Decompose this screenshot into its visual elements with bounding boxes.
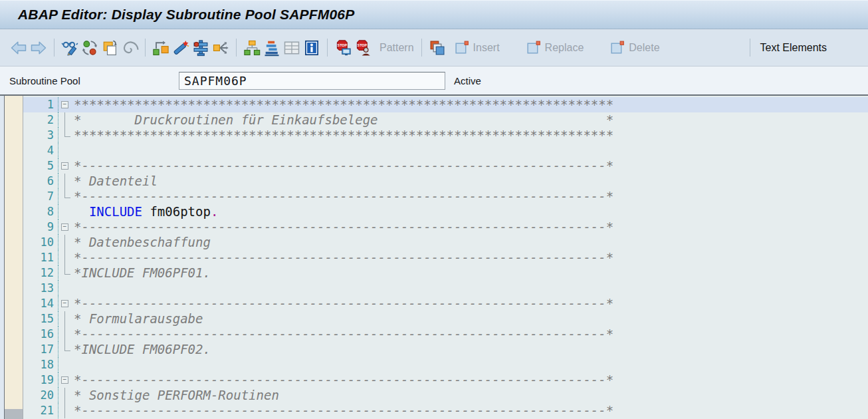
code-text[interactable]: * Sonstige PERFORM-Routinen <box>72 388 279 403</box>
code-text[interactable]: * Formularausgabe <box>72 311 203 327</box>
code-text[interactable]: *---------------------------------------… <box>72 158 613 174</box>
button-label: Insert <box>471 42 501 54</box>
code-text[interactable]: *---------------------------------------… <box>72 296 613 311</box>
code-area[interactable]: 1−**************************************… <box>23 96 868 419</box>
code-text[interactable]: *---------------------------------------… <box>72 327 613 342</box>
fold-marker <box>58 342 72 357</box>
code-line: 13 <box>23 281 868 296</box>
line-number: 17 <box>23 342 58 357</box>
spiral-icon[interactable] <box>120 39 139 57</box>
code-text[interactable] <box>72 357 74 372</box>
page-title: ABAP Editor: Display Subroutine Pool SAP… <box>18 7 354 23</box>
navigate-icon[interactable] <box>211 39 230 57</box>
code-text[interactable]: *---------------------------------------… <box>72 219 613 235</box>
line-number: 15 <box>23 311 58 327</box>
fold-toggle[interactable]: − <box>58 158 72 174</box>
status-text: Active <box>454 75 481 86</box>
line-number: 8 <box>23 204 58 219</box>
code-text[interactable]: *INCLUDE FM06PF02. <box>72 342 211 357</box>
button-label: Replace <box>542 42 586 54</box>
fold-marker <box>58 311 72 327</box>
code-line: 14−*------------------------------------… <box>23 296 868 311</box>
line-number: 19 <box>23 372 58 388</box>
code-line: 2* Druckroutinen für Einkaufsbelege * <box>23 112 868 128</box>
code-line: 9−*-------------------------------------… <box>23 219 868 235</box>
code-text[interactable]: *INCLUDE FM06PF01. <box>72 265 211 281</box>
toolbar-separator <box>421 39 422 57</box>
fold-marker <box>58 250 72 265</box>
bookmark-column[interactable] <box>4 96 23 419</box>
insert-marker-icon <box>454 39 471 56</box>
code-text[interactable]: * Druckroutinen für Einkaufsbelege * <box>72 112 613 128</box>
fold-marker <box>58 128 72 143</box>
fold-marker <box>58 174 72 189</box>
code-line: 4 <box>23 143 868 158</box>
code-text[interactable]: ****************************************… <box>72 128 613 143</box>
sort-stack-icon[interactable] <box>263 39 281 57</box>
fold-toggle[interactable]: − <box>58 97 72 112</box>
fold-toggle[interactable]: − <box>58 296 72 311</box>
svg-text:STOP: STOP <box>358 43 368 47</box>
table-view-icon[interactable] <box>282 39 301 57</box>
code-line: 8 INCLUDE fm06ptop. <box>23 204 868 219</box>
code-line: 5−*-------------------------------------… <box>23 158 868 174</box>
line-number: 10 <box>23 235 58 250</box>
stop-monitor-icon[interactable]: STOP <box>334 39 352 57</box>
pattern-button[interactable]: Pattern <box>377 42 415 54</box>
forward-icon[interactable] <box>29 39 48 57</box>
toolbar-separator <box>54 39 54 57</box>
fold-marker <box>58 357 72 372</box>
syntax-check-icon[interactable] <box>191 39 210 57</box>
code-line: 21*-------------------------------------… <box>23 403 868 418</box>
code-text[interactable] <box>72 281 74 296</box>
toolbar-separator <box>327 39 328 57</box>
pattern-wand-icon[interactable] <box>171 39 190 57</box>
line-number: 6 <box>23 174 58 189</box>
text-elements-button[interactable]: Text Elements <box>758 42 828 54</box>
code-line: 15* Formularausgabe <box>23 311 868 327</box>
object-list-icon[interactable] <box>243 39 261 57</box>
code-line: 11*-------------------------------------… <box>23 250 868 265</box>
application-toolbar: STOPSTOPPatternInsertReplaceDeleteText E… <box>0 29 868 67</box>
code-text[interactable]: INCLUDE fm06ptop. <box>72 204 218 219</box>
stop-user-icon[interactable]: STOP <box>354 39 372 57</box>
code-text[interactable]: *---------------------------------------… <box>72 189 613 204</box>
copy-icon[interactable] <box>100 39 119 57</box>
program-type-label: Subroutine Pool <box>9 75 179 86</box>
code-line: 3***************************************… <box>23 128 868 143</box>
line-number: 3 <box>23 128 58 143</box>
program-name-input[interactable] <box>179 72 445 90</box>
info-icon[interactable] <box>302 39 321 57</box>
refresh-icon[interactable] <box>80 39 99 57</box>
replace-button[interactable]: Replace <box>526 39 586 56</box>
code-text[interactable]: *---------------------------------------… <box>72 250 613 265</box>
code-line: 16*-------------------------------------… <box>23 327 868 342</box>
insert-button[interactable]: Insert <box>454 39 501 56</box>
code-text[interactable]: *---------------------------------------… <box>72 403 613 418</box>
modify-stack-icon[interactable] <box>428 39 447 57</box>
back-icon[interactable] <box>9 39 28 57</box>
line-number: 18 <box>23 357 58 372</box>
code-text[interactable] <box>72 143 74 158</box>
code-text[interactable]: ****************************************… <box>72 97 613 112</box>
button-label: Delete <box>626 42 661 54</box>
code-line: 19−*------------------------------------… <box>23 372 868 388</box>
toolbar-separator <box>750 39 750 57</box>
fold-toggle[interactable]: − <box>58 219 72 235</box>
where-used-icon[interactable] <box>152 39 170 57</box>
line-number: 12 <box>23 265 58 281</box>
code-text[interactable]: * Datenteil <box>72 174 158 189</box>
button-label: Pattern <box>377 42 415 54</box>
fold-marker <box>58 265 72 281</box>
code-line: 7*--------------------------------------… <box>23 189 868 204</box>
bookmark-column-footer <box>5 409 23 419</box>
fold-toggle[interactable]: − <box>58 372 72 388</box>
toolbar-separator <box>145 39 146 57</box>
code-line: 10* Datenbeschaffung <box>23 235 868 250</box>
code-line: 18 <box>23 357 868 372</box>
code-text[interactable]: *---------------------------------------… <box>72 372 613 388</box>
code-line: 1−**************************************… <box>23 97 868 112</box>
code-text[interactable]: * Datenbeschaffung <box>72 235 211 250</box>
display-change-icon[interactable] <box>60 39 79 57</box>
delete-button[interactable]: Delete <box>609 39 661 56</box>
